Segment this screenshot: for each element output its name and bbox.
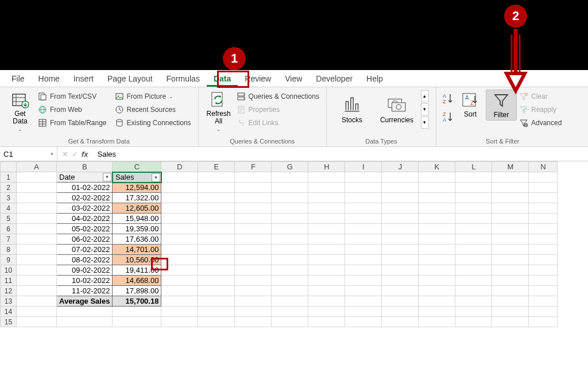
cell-G5[interactable] bbox=[272, 214, 308, 224]
filter-dropdown-B[interactable]: ▼ bbox=[103, 173, 111, 181]
cell-N6[interactable] bbox=[529, 224, 558, 234]
gallery-prev[interactable]: ▴ bbox=[421, 90, 429, 102]
cell-G14[interactable] bbox=[272, 307, 308, 317]
cell-N15[interactable] bbox=[529, 317, 558, 327]
cell-B10[interactable]: 09-02-2022 bbox=[57, 265, 113, 276]
cell-L11[interactable] bbox=[455, 276, 492, 286]
cell-L5[interactable] bbox=[455, 214, 492, 224]
cell-K7[interactable] bbox=[419, 234, 455, 245]
cell-H5[interactable] bbox=[308, 214, 345, 224]
cell-K4[interactable] bbox=[419, 203, 455, 214]
cell-N1[interactable] bbox=[529, 172, 558, 183]
tab-insert[interactable]: Insert bbox=[67, 72, 100, 87]
cell-C11[interactable]: 14,668.00 bbox=[113, 276, 161, 286]
cell-D5[interactable] bbox=[161, 214, 198, 224]
cell-A6[interactable] bbox=[17, 224, 57, 234]
cell-J12[interactable] bbox=[382, 286, 419, 296]
row-header[interactable]: 8 bbox=[1, 245, 17, 255]
cell-E1[interactable] bbox=[198, 172, 235, 183]
cell-L13[interactable] bbox=[455, 296, 492, 307]
cell-M13[interactable] bbox=[492, 296, 529, 307]
cell-I12[interactable] bbox=[345, 286, 382, 296]
cell-H6[interactable] bbox=[308, 224, 345, 234]
cell-C1[interactable]: Sales▼ bbox=[113, 172, 161, 183]
cell-K9[interactable] bbox=[419, 255, 455, 265]
tab-help[interactable]: Help bbox=[359, 72, 390, 87]
cell-M10[interactable] bbox=[492, 265, 529, 276]
column-header-F[interactable]: F bbox=[235, 162, 272, 172]
cell-N4[interactable] bbox=[529, 203, 558, 214]
sort-asc-button[interactable]: AZ bbox=[441, 91, 455, 107]
cell-N11[interactable] bbox=[529, 276, 558, 286]
cell-I6[interactable] bbox=[345, 224, 382, 234]
tab-home[interactable]: Home bbox=[32, 72, 67, 87]
cell-N8[interactable] bbox=[529, 245, 558, 255]
cell-C13[interactable]: 15,700.18 bbox=[113, 296, 161, 307]
cell-M9[interactable] bbox=[492, 255, 529, 265]
column-header-K[interactable]: K bbox=[419, 162, 455, 172]
cell-K8[interactable] bbox=[419, 245, 455, 255]
formula-input[interactable]: Sales bbox=[93, 147, 588, 161]
column-header-H[interactable]: H bbox=[308, 162, 345, 172]
row-header[interactable]: 10 bbox=[1, 265, 17, 276]
column-header-G[interactable]: G bbox=[272, 162, 308, 172]
cell-A10[interactable] bbox=[17, 265, 57, 276]
cell-E8[interactable] bbox=[198, 245, 235, 255]
cell-J1[interactable] bbox=[382, 172, 419, 183]
cell-A12[interactable] bbox=[17, 286, 57, 296]
cell-B7[interactable]: 06-02-2022 bbox=[57, 234, 113, 245]
cell-A1[interactable] bbox=[17, 172, 57, 183]
cell-N2[interactable] bbox=[529, 183, 558, 193]
cell-B12[interactable]: 11-02-2022 bbox=[57, 286, 113, 296]
cell-A4[interactable] bbox=[17, 203, 57, 214]
row-header[interactable]: 6 bbox=[1, 224, 17, 234]
column-header-J[interactable]: J bbox=[382, 162, 419, 172]
cell-G3[interactable] bbox=[272, 193, 308, 203]
cell-C7[interactable]: 17,636.00 bbox=[113, 234, 161, 245]
cell-G6[interactable] bbox=[272, 224, 308, 234]
cell-M12[interactable] bbox=[492, 286, 529, 296]
cell-K1[interactable] bbox=[419, 172, 455, 183]
row-header[interactable]: 11 bbox=[1, 276, 17, 286]
cell-J8[interactable] bbox=[382, 245, 419, 255]
cell-L1[interactable] bbox=[455, 172, 492, 183]
cell-N12[interactable] bbox=[529, 286, 558, 296]
cell-M8[interactable] bbox=[492, 245, 529, 255]
cell-F2[interactable] bbox=[235, 183, 272, 193]
cell-L7[interactable] bbox=[455, 234, 492, 245]
refresh-all-button[interactable]: Refresh All ⌄ bbox=[203, 90, 234, 133]
cell-H15[interactable] bbox=[308, 317, 345, 327]
cell-J7[interactable] bbox=[382, 234, 419, 245]
cell-A15[interactable] bbox=[17, 317, 57, 327]
cell-D4[interactable] bbox=[161, 203, 198, 214]
cell-J5[interactable] bbox=[382, 214, 419, 224]
cell-J3[interactable] bbox=[382, 193, 419, 203]
fx-icon[interactable]: fx bbox=[82, 150, 88, 158]
cell-E9[interactable] bbox=[198, 255, 235, 265]
cell-C14[interactable] bbox=[113, 307, 161, 317]
cell-A5[interactable] bbox=[17, 214, 57, 224]
cell-G13[interactable] bbox=[272, 296, 308, 307]
cell-K14[interactable] bbox=[419, 307, 455, 317]
cell-B8[interactable]: 07-02-2022 bbox=[57, 245, 113, 255]
cell-J10[interactable] bbox=[382, 265, 419, 276]
tab-developer[interactable]: Developer bbox=[309, 72, 359, 87]
cell-B4[interactable]: 03-02-2022 bbox=[57, 203, 113, 214]
cell-N5[interactable] bbox=[529, 214, 558, 224]
cell-N3[interactable] bbox=[529, 193, 558, 203]
cell-H2[interactable] bbox=[308, 183, 345, 193]
row-header[interactable]: 1 bbox=[1, 172, 17, 183]
cell-C15[interactable] bbox=[113, 317, 161, 327]
row-header[interactable]: 4 bbox=[1, 203, 17, 214]
cell-B11[interactable]: 10-02-2022 bbox=[57, 276, 113, 286]
cell-L4[interactable] bbox=[455, 203, 492, 214]
cell-C12[interactable]: 17,898.00 bbox=[113, 286, 161, 296]
cell-E7[interactable] bbox=[198, 234, 235, 245]
recent-sources-button[interactable]: Recent Sources bbox=[113, 104, 194, 115]
cell-B14[interactable] bbox=[57, 307, 113, 317]
cell-B3[interactable]: 02-02-2022 bbox=[57, 193, 113, 203]
cell-B6[interactable]: 05-02-2022 bbox=[57, 224, 113, 234]
cell-F4[interactable] bbox=[235, 203, 272, 214]
cell-C2[interactable]: 12,594.00 bbox=[113, 183, 161, 193]
cell-L9[interactable] bbox=[455, 255, 492, 265]
